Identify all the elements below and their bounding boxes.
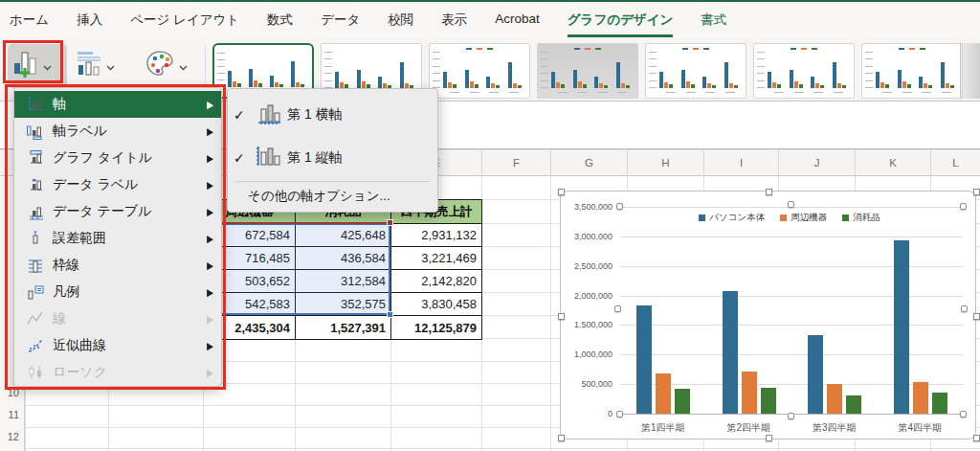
chart-frame-handle[interactable] xyxy=(973,189,980,195)
thumb-mini-chart xyxy=(443,56,525,88)
legend-item[interactable]: 消耗品 xyxy=(842,212,880,224)
menu-item-2[interactable]: 軸ラベル▶ xyxy=(14,118,221,145)
ribbon-tab-7[interactable]: 表示 xyxy=(441,2,467,34)
chart-frame-handle[interactable] xyxy=(766,435,772,441)
ribbon-tab-9[interactable]: グラフのデザイン xyxy=(568,2,674,37)
menu-item-label: データ テーブル xyxy=(53,203,207,220)
column-header-G[interactable]: G xyxy=(550,150,627,175)
column-header-K[interactable]: K xyxy=(855,150,930,175)
plot-area-handle[interactable] xyxy=(960,203,967,210)
legend-item[interactable]: 周辺機器 xyxy=(780,212,827,224)
plot-area-handle[interactable] xyxy=(788,201,794,208)
submenu-arrow-icon: ▶ xyxy=(207,313,213,325)
menu-item-7[interactable]: 枠線▶ xyxy=(14,252,221,279)
change-colors-button[interactable] xyxy=(140,44,209,88)
gridlines-icon xyxy=(26,257,53,275)
submenu-item-2[interactable]: ✓第 1 縦軸 xyxy=(228,136,437,179)
menu-item-3[interactable]: グラフ タイトル▶ xyxy=(14,145,221,171)
chevron-down-icon[interactable] xyxy=(106,57,115,75)
chart-style-thumbnail-5[interactable] xyxy=(645,43,746,99)
row-header-11[interactable]: 11 xyxy=(0,409,24,420)
legend-label: パソコン本体 xyxy=(709,212,765,224)
axes-submenu: ✓第 1 横軸✓第 1 縦軸その他の軸オプション... xyxy=(227,88,438,213)
chevron-down-icon xyxy=(179,65,188,71)
chevron-down-icon[interactable] xyxy=(179,57,188,75)
column-header-J[interactable]: J xyxy=(778,150,855,175)
legend-label: 周辺機器 xyxy=(791,212,827,224)
thumb-legend-marks xyxy=(862,48,962,50)
chart-frame-handle[interactable] xyxy=(973,435,980,441)
quick-layout-icon xyxy=(75,49,103,83)
column-header-L[interactable]: L xyxy=(930,150,980,175)
add-chart-element-icon xyxy=(11,49,40,83)
bar-パソコン本体-第2四半期 xyxy=(723,291,738,414)
plot-area-handle[interactable] xyxy=(961,305,968,312)
bar-chart[interactable]: 0500,0001,000,0001,500,0002,000,0002,500… xyxy=(560,191,976,440)
ribbon-tab-4[interactable]: 数式 xyxy=(267,2,293,34)
thumb-category-marks xyxy=(769,92,848,93)
chart-style-thumbnail-3[interactable] xyxy=(429,43,530,99)
ribbon-tab-10[interactable]: 書式 xyxy=(701,2,726,34)
chart-frame-handle[interactable] xyxy=(558,313,565,320)
ribbon-tab-8[interactable]: Acrobat xyxy=(495,2,540,32)
table-cell[interactable]: 3,830,458 xyxy=(391,293,481,316)
range-handle-red[interactable] xyxy=(387,219,393,226)
chevron-down-icon[interactable] xyxy=(43,57,52,75)
ribbon-tab-5[interactable]: データ xyxy=(321,2,360,34)
menu-item-5[interactable]: データ テーブル▶ xyxy=(14,198,221,225)
bar-周辺機器-第1四半期 xyxy=(656,373,671,414)
ribbon-tab-6[interactable]: 校閲 xyxy=(388,2,413,34)
row-header-12[interactable]: 12 xyxy=(0,431,24,442)
chart-frame-handle[interactable] xyxy=(558,435,565,441)
table-cell[interactable]: 2,142,820 xyxy=(391,270,481,293)
plot-area-handle[interactable] xyxy=(616,411,623,417)
add-chart-element-button[interactable] xyxy=(8,44,67,88)
table-cell[interactable]: 2,931,132 xyxy=(391,224,481,247)
thumb-mini-chart xyxy=(768,56,850,88)
legend-item[interactable]: パソコン本体 xyxy=(699,212,765,224)
column-header-F[interactable]: F xyxy=(481,150,550,175)
submenu-item-1[interactable]: ✓第 1 横軸 xyxy=(228,93,437,136)
bar-周辺機器-第3四半期 xyxy=(827,384,842,414)
plot-area-handle[interactable] xyxy=(788,413,794,419)
submenu-arrow-icon: ▶ xyxy=(207,206,213,217)
menu-item-label: 軸 xyxy=(53,96,207,113)
plot-area-handle[interactable] xyxy=(960,411,967,417)
chart-style-thumbnail-6[interactable] xyxy=(753,43,855,99)
range-handle-blue[interactable] xyxy=(387,311,393,318)
chart-frame-handle[interactable] xyxy=(558,189,565,195)
chart-style-thumbnail-4[interactable] xyxy=(537,43,638,99)
ribbon-tab-1[interactable]: ホーム xyxy=(10,2,49,34)
x-axis-category-label: 第3四半期 xyxy=(791,421,878,435)
submenu-arrow-icon: ▶ xyxy=(207,286,213,298)
table-total-cell[interactable]: 12,125,879 xyxy=(391,316,481,339)
menu-item-10[interactable]: 近似曲線▶ xyxy=(14,332,221,359)
quick-layout-button[interactable] xyxy=(71,44,134,88)
chart-frame-handle[interactable] xyxy=(973,313,980,320)
bar-周辺機器-第4四半期 xyxy=(913,382,928,414)
menu-item-4[interactable]: データ ラベル▶ xyxy=(14,171,221,198)
chart-style-thumbnail-7[interactable] xyxy=(861,43,963,99)
ribbon-tab-2[interactable]: 挿入 xyxy=(77,2,102,34)
column-header-I[interactable]: I xyxy=(703,150,778,175)
thumb-axis-marks xyxy=(217,53,225,87)
plot-area-handle[interactable] xyxy=(616,203,623,210)
row-header-10[interactable]: 10 xyxy=(0,387,24,398)
column-header-H[interactable]: H xyxy=(627,150,703,175)
bar-パソコン本体-第3四半期 xyxy=(808,335,823,414)
menu-item-8[interactable]: 凡例▶ xyxy=(14,279,221,305)
primary-vertical-axis-icon xyxy=(249,145,287,171)
menu-item-6[interactable]: 誤差範囲▶ xyxy=(14,225,221,252)
y-axis-tick-label: 500,000 xyxy=(563,379,612,389)
table-cell[interactable]: 3,221,469 xyxy=(391,247,481,270)
checkmark-icon: ✓ xyxy=(234,107,249,123)
gridline-horizontal xyxy=(25,448,980,449)
menu-item-1[interactable]: 軸▶ xyxy=(14,91,221,118)
more-axis-options-item[interactable]: その他の軸オプション... xyxy=(248,188,390,205)
menu-item-label: グラフ タイトル xyxy=(53,149,207,167)
plot-area-handle[interactable] xyxy=(614,305,621,312)
ribbon-tab-3[interactable]: ページ レイアウト xyxy=(130,2,239,34)
table-total-cell[interactable]: 1,527,391 xyxy=(296,316,391,339)
chart-gridline xyxy=(620,325,963,326)
chart-frame-handle[interactable] xyxy=(766,189,772,195)
